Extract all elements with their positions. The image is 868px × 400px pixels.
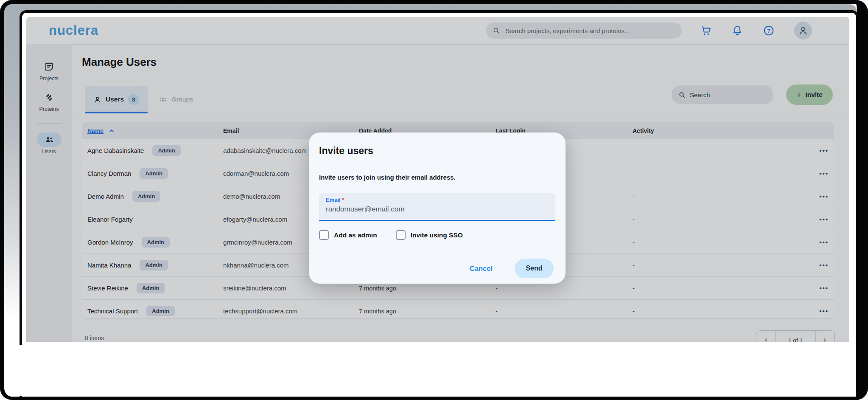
- checkbox-add-as-admin[interactable]: Add as admin: [319, 230, 377, 240]
- email-field-value: randomuser@email.com: [326, 205, 549, 214]
- checkbox-label: Invite using SSO: [411, 231, 463, 239]
- required-asterisk: *: [342, 197, 344, 203]
- checkbox-unchecked-icon: [319, 230, 329, 240]
- email-field[interactable]: Email* randomuser@email.com: [319, 193, 555, 221]
- cancel-button[interactable]: Cancel: [467, 264, 495, 273]
- invite-users-dialog: Invite users Invite users to join using …: [309, 132, 566, 284]
- dialog-actions: Cancel Send: [319, 259, 555, 278]
- app-window: nuclera ? Projects Proteins: [26, 17, 849, 342]
- dialog-title: Invite users: [319, 145, 555, 157]
- checkbox-unchecked-icon: [396, 230, 406, 240]
- checkbox-row: Add as admin Invite using SSO: [319, 230, 555, 240]
- bottom-white-area: [5, 345, 856, 396]
- dialog-description: Invite users to join using their email a…: [319, 174, 555, 181]
- checkbox-invite-using-sso[interactable]: Invite using SSO: [396, 230, 463, 240]
- send-button[interactable]: Send: [515, 259, 554, 278]
- device-mockup: nuclera ? Projects Proteins: [0, 0, 868, 400]
- checkbox-label: Add as admin: [334, 231, 377, 239]
- email-field-label: Email*: [326, 197, 549, 203]
